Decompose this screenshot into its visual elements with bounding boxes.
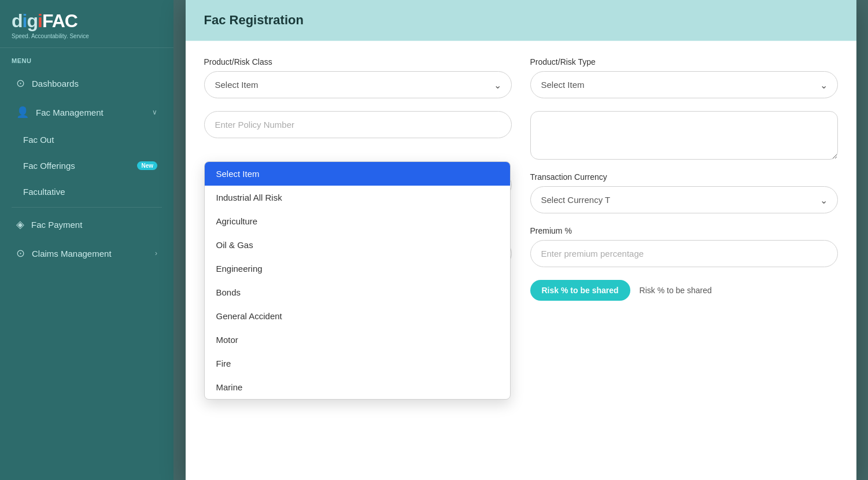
menu-label: MENU: [0, 48, 173, 69]
main-area: Fac Registration Product/Risk Class Sele…: [173, 0, 868, 480]
description-textarea[interactable]: [530, 111, 838, 160]
sidebar: digiFAC Speed. Accountability. Service M…: [0, 0, 173, 480]
sidebar-item-label: Dashboards: [32, 79, 79, 88]
product-risk-type-group: Product/Risk Type Select Item ⌄: [530, 57, 838, 98]
sidebar-item-label: Facultative: [23, 187, 65, 197]
risk-shared-badge: Risk % to be shared: [530, 280, 630, 301]
transaction-currency-wrapper: Select Currency T ⌄: [530, 186, 838, 213]
dropdown-item-4[interactable]: Engineering: [205, 257, 510, 280]
logo: digiFAC Speed. Accountability. Service: [0, 0, 173, 48]
risk-shared-label: Risk % to be shared: [640, 286, 712, 295]
dropdown-item-0[interactable]: Select Item: [205, 162, 510, 186]
dropdown-item-3[interactable]: Oil & Gas: [205, 233, 510, 257]
dropdown-item-6[interactable]: General Accident: [205, 304, 510, 328]
form-row-2: [204, 111, 838, 160]
description-group: [530, 111, 838, 160]
dropdown-item-1[interactable]: Industrial All Risk: [205, 186, 510, 209]
sidebar-item-label: Fac Out: [23, 135, 54, 145]
product-risk-type-wrapper: Select Item ⌄: [530, 71, 838, 98]
product-risk-class-dropdown: Select Item Industrial All Risk Agricult…: [204, 161, 511, 400]
risk-shared-group: Risk % to be shared Risk % to be shared: [530, 280, 838, 301]
sidebar-item-label: Fac Management: [36, 108, 104, 117]
fac-management-icon: 👤: [16, 106, 29, 119]
transaction-currency-label: Transaction Currency: [530, 172, 838, 182]
logo-tagline: Speed. Accountability. Service: [12, 33, 162, 39]
dropdown-item-2[interactable]: Agriculture: [205, 209, 510, 233]
chevron-right-icon: ›: [155, 249, 157, 257]
dropdown-item-8[interactable]: Fire: [205, 352, 510, 375]
sidebar-item-fac-out[interactable]: Fac Out: [5, 127, 169, 152]
policy-number-input[interactable]: [204, 111, 512, 138]
modal-body: Product/Risk Class Select Item ⌄ Product…: [186, 41, 856, 480]
transaction-currency-select[interactable]: Select Currency T: [530, 186, 838, 213]
product-risk-type-label: Product/Risk Type: [530, 57, 838, 67]
dropdown-item-7[interactable]: Motor: [205, 328, 510, 352]
new-badge: New: [137, 161, 157, 170]
policy-number-group: [204, 111, 512, 160]
premium-percent-group: Premium %: [530, 226, 838, 267]
chevron-down-icon: ∨: [152, 108, 157, 116]
form-row-1: Product/Risk Class Select Item ⌄ Product…: [204, 57, 838, 98]
sidebar-item-dashboards[interactable]: ⊙ Dashboards: [5, 69, 169, 97]
sidebar-item-label: Claims Management: [32, 249, 112, 259]
modal: Fac Registration Product/Risk Class Sele…: [186, 0, 856, 480]
transaction-currency-group: Transaction Currency Select Currency T ⌄: [530, 172, 838, 213]
sidebar-item-fac-payment[interactable]: ◈ Fac Payment: [5, 211, 169, 238]
modal-header: Fac Registration: [186, 0, 856, 41]
sidebar-item-fac-offerings[interactable]: Fac Offerings New: [5, 153, 169, 178]
sidebar-item-label: Fac Offerings: [23, 161, 75, 171]
dropdown-item-5[interactable]: Bonds: [205, 280, 510, 304]
sidebar-item-claims-management[interactable]: ⊙ Claims Management ›: [5, 239, 169, 267]
sidebar-item-facultative[interactable]: Facultative: [5, 179, 169, 204]
product-risk-class-label: Product/Risk Class: [204, 57, 512, 67]
sidebar-divider: [12, 207, 162, 208]
dropdown-item-9[interactable]: Marine: [205, 375, 510, 399]
product-risk-type-select[interactable]: Select Item: [530, 71, 838, 98]
claims-management-icon: ⊙: [16, 247, 25, 260]
product-risk-class-group: Product/Risk Class Select Item ⌄: [204, 57, 512, 98]
premium-percent-label: Premium %: [530, 226, 838, 235]
dashboards-icon: ⊙: [16, 77, 25, 90]
product-risk-class-select[interactable]: Select Item: [204, 71, 512, 98]
logo-text: digiFAC: [12, 10, 162, 32]
sidebar-item-label: Fac Payment: [31, 220, 82, 230]
product-risk-class-wrapper: Select Item ⌄: [204, 71, 512, 98]
sidebar-item-fac-management[interactable]: 👤 Fac Management ∨: [5, 98, 169, 126]
modal-overlay: Fac Registration Product/Risk Class Sele…: [173, 0, 868, 480]
premium-percent-input[interactable]: [530, 240, 838, 267]
risk-shared-header: Risk % to be shared Risk % to be shared: [530, 280, 838, 301]
fac-payment-icon: ◈: [16, 218, 24, 231]
modal-title: Fac Registration: [204, 13, 838, 28]
